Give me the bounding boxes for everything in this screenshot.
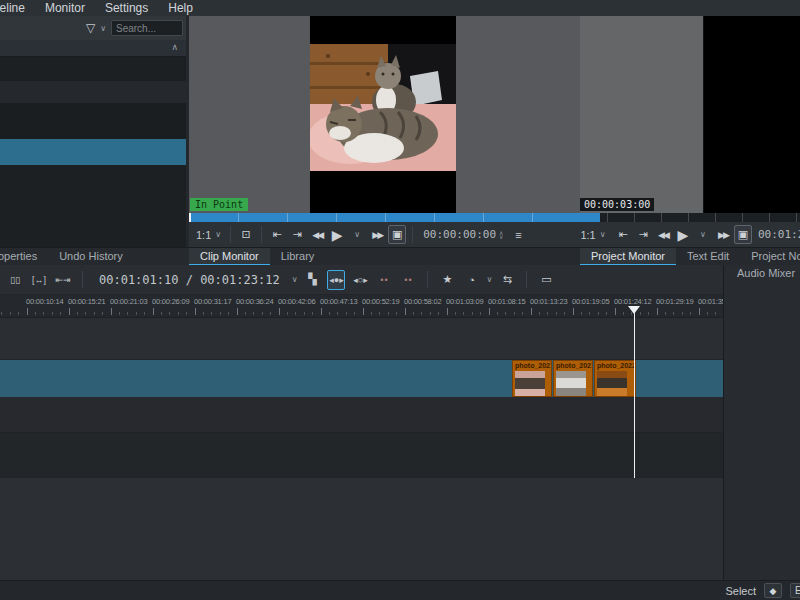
chevron-down-icon: ∨ (215, 230, 221, 239)
chevron-down-icon[interactable]: ∨ (292, 275, 298, 284)
filter-icon[interactable]: ▽ (86, 22, 95, 34)
timeline-empty-area[interactable] (0, 478, 723, 580)
goto-zone-end-button[interactable]: ⇥ (288, 225, 306, 244)
adjust-icon[interactable]: ⇆ (498, 270, 516, 290)
monitor-menu-button[interactable]: ≡ (509, 225, 527, 244)
fit-zone-icon[interactable]: [↔] (30, 270, 48, 290)
menu-item-timeline[interactable]: Timeline (0, 1, 35, 15)
frame-grab-button[interactable]: ⊡ (237, 225, 255, 244)
play-options-button[interactable]: ∨ (348, 225, 366, 244)
clip-monitor-seekbar[interactable] (189, 213, 580, 222)
edit-mode-normal-icon[interactable]: ◂●▸ (327, 270, 345, 290)
ruler-tick (657, 308, 658, 315)
timeline-position-display[interactable]: 00:01:01:10 / 00:01:23:12 (99, 273, 280, 287)
ruler-tick (153, 308, 154, 315)
clip-thumbnail (597, 371, 627, 396)
ruler-tick (195, 308, 196, 315)
ruler-tick (18, 312, 19, 315)
audio-track[interactable] (0, 433, 723, 478)
bin-list[interactable]: ∧ (0, 40, 186, 247)
mix-clips-icon[interactable]: ▯▯ (6, 270, 24, 290)
ruler-tick (228, 312, 229, 315)
goto-zone-start-button[interactable]: ⇤ (614, 225, 632, 244)
preview-render-icon[interactable]: ◔ (462, 270, 480, 290)
goto-zone-start-button[interactable]: ⇤ (268, 225, 286, 244)
rewind-button[interactable]: ◀◀ (308, 225, 326, 244)
bin-item[interactable] (0, 57, 186, 81)
tab-audio-mixer[interactable]: Audio Mixer (726, 265, 800, 283)
status-bar: Select ◆ E (0, 580, 800, 600)
tab-text-edit[interactable]: Text Edit (676, 248, 740, 266)
ruler-label: 00:01:08:15 (488, 297, 525, 306)
timecode-value: 00:00:00:00 (423, 228, 496, 241)
bin-item[interactable] (0, 103, 186, 139)
ruler-tick (396, 312, 397, 315)
ruler-tick (413, 312, 414, 315)
tab-clip-monitor[interactable]: Clip Monitor (189, 248, 270, 266)
play-icon: ▶ (678, 227, 689, 243)
search-input[interactable] (111, 20, 183, 36)
bin-item[interactable] (0, 81, 186, 103)
timeline-clip[interactable]: photo_2021- (512, 360, 552, 397)
favorite-effects-icon[interactable]: ★ (438, 270, 456, 290)
audio-track[interactable] (0, 397, 723, 433)
timeline-clip[interactable]: photo_2021- (553, 360, 593, 397)
clip-monitor-playhead[interactable] (189, 213, 191, 222)
edit-mode-overwrite-icon[interactable]: ◂○▸ (351, 270, 369, 290)
ruler-tick (438, 312, 439, 315)
goto-in-icon: ⇤ (273, 228, 282, 241)
render-zone-icon[interactable]: ▭ (537, 270, 555, 290)
goto-zone-end-button[interactable]: ⇥ (634, 225, 652, 244)
bin-list-header[interactable]: ∧ (0, 40, 186, 57)
zone-mode-button[interactable]: ▣ (388, 225, 406, 244)
video-thumb-icon[interactable]: •• (399, 270, 417, 290)
effect-stack-panel: Audio MixerEffect/Compositing (723, 265, 800, 580)
track-compositing-icon[interactable]: ▚ (303, 270, 321, 290)
zone-mode-button[interactable]: ▣ (734, 225, 752, 244)
monitor-zoom-select[interactable]: 1:1 ∨ (584, 225, 602, 244)
right-dock-tabs: Audio MixerEffect/Compositing (726, 265, 800, 283)
menu-item-settings[interactable]: Settings (95, 1, 158, 15)
play-button[interactable]: ▶ (674, 225, 692, 244)
chevron-down-icon[interactable]: ∨ (486, 275, 492, 284)
ruler-tick (102, 312, 103, 315)
bin-item-selected[interactable] (0, 139, 186, 165)
audio-thumb-icon[interactable]: •• (375, 270, 393, 290)
fast-forward-button[interactable]: ▶▶ (368, 225, 386, 244)
menu-item-monitor[interactable]: Monitor (35, 1, 95, 15)
ruler-label: 00:00:31:17 (194, 297, 231, 306)
ruler-tick (699, 308, 700, 315)
monitor-zoom-select[interactable]: 1:1 ∨ (193, 225, 224, 244)
tag-icon[interactable]: ◆ (764, 583, 782, 598)
ruler-tick (682, 312, 683, 315)
tab-library[interactable]: Library (270, 248, 326, 266)
active-video-track[interactable]: photo_2021-photo_2021-photo_2022- (0, 360, 723, 397)
bin-item[interactable] (0, 165, 186, 247)
tab-properties[interactable]: Properties (0, 248, 48, 266)
timeline-ruler[interactable]: 00:00:10:1400:00:15:2100:00:21:0300:00:2… (0, 295, 723, 318)
ruler-tick (329, 312, 330, 315)
video-track[interactable] (0, 318, 723, 360)
clip-thumbnail (556, 371, 586, 396)
chevron-down-icon[interactable]: ∨ (100, 24, 106, 33)
spacer-tool-icon[interactable]: ⇤⇥ (54, 270, 72, 290)
clip-monitor-timecode[interactable]: 00:00:00:00 ∧ ∨ (423, 228, 503, 241)
fast-forward-icon: ▶▶ (718, 230, 728, 240)
tab-project-monitor[interactable]: Project Monitor (580, 248, 676, 266)
playhead[interactable] (628, 306, 641, 478)
play-button[interactable]: ▶ (328, 225, 346, 244)
collapse-icon[interactable]: ∧ (171, 42, 178, 52)
menu-item-help[interactable]: Help (158, 1, 203, 15)
timecode-spinner[interactable]: ∧ ∨ (499, 231, 503, 239)
tab-undo-history[interactable]: Undo History (48, 248, 134, 266)
project-monitor-seekbar[interactable] (580, 213, 800, 222)
project-monitor-timecode[interactable]: 00:01:28:17 ∧ ∨ (758, 228, 800, 241)
ruler-tick (60, 312, 61, 315)
rewind-button[interactable]: ◀◀ (654, 225, 672, 244)
clip-label: photo_2021- (513, 361, 551, 369)
play-options-button[interactable]: ∨ (694, 225, 712, 244)
tab-project-notes[interactable]: Project Notes (740, 248, 800, 266)
clipped-edge-button[interactable]: E (790, 583, 800, 598)
zone-icon: ▣ (738, 228, 748, 241)
fast-forward-button[interactable]: ▶▶ (714, 225, 732, 244)
